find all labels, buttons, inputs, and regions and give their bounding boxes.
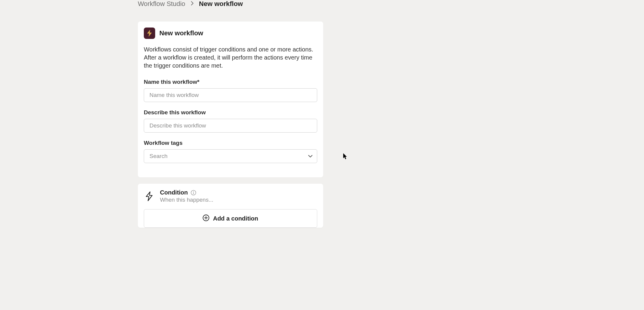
condition-title: Condition	[160, 189, 188, 196]
workflow-card: New workflow Workflows consist of trigge…	[138, 22, 323, 177]
condition-title-row: Condition	[160, 189, 213, 196]
field-name: Name this workflow*	[144, 79, 317, 102]
breadcrumb-current: New workflow	[199, 0, 243, 8]
tags-label: Workflow tags	[144, 140, 317, 146]
info-icon[interactable]	[191, 190, 196, 195]
condition-card: Condition When this happens... Add a con…	[138, 184, 323, 228]
svg-rect-2	[193, 192, 194, 194]
tags-select[interactable]: Search	[144, 149, 317, 163]
condition-subtitle: When this happens...	[160, 197, 213, 203]
card-header: New workflow	[144, 28, 317, 39]
breadcrumb-parent-link[interactable]: Workflow Studio	[138, 0, 185, 8]
name-label: Name this workflow*	[144, 79, 317, 85]
svg-point-1	[193, 191, 194, 192]
name-input[interactable]	[144, 88, 317, 102]
chevron-right-icon	[191, 1, 194, 7]
card-title: New workflow	[159, 29, 203, 37]
describe-label: Describe this workflow	[144, 109, 317, 116]
condition-title-block: Condition When this happens...	[160, 189, 213, 203]
card-description: Workflows consist of trigger conditions …	[144, 45, 317, 70]
mouse-cursor	[343, 153, 348, 161]
add-condition-button[interactable]: Add a condition	[144, 209, 317, 228]
condition-header: Condition When this happens...	[144, 189, 317, 203]
tags-select-wrap: Search	[144, 149, 317, 163]
bolt-icon	[144, 28, 155, 39]
describe-input[interactable]	[144, 119, 317, 133]
field-describe: Describe this workflow	[144, 109, 317, 133]
bolt-outline-icon	[144, 191, 155, 202]
add-condition-label: Add a condition	[213, 215, 258, 222]
plus-circle-icon	[203, 215, 209, 222]
breadcrumb: Workflow Studio New workflow	[138, 0, 243, 8]
tags-placeholder: Search	[149, 153, 167, 159]
field-tags: Workflow tags Search	[144, 140, 317, 163]
